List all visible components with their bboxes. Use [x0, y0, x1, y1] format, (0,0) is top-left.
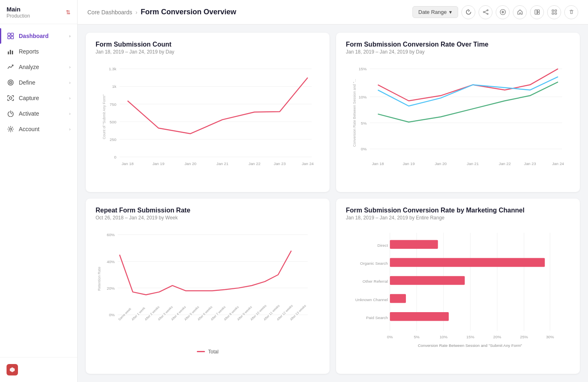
export-button[interactable]	[547, 5, 561, 19]
svg-text:Jan 22: Jan 22	[248, 161, 260, 166]
svg-rect-3	[11, 36, 13, 39]
svg-line-15	[484, 11, 487, 12]
chart2-subtitle: Jan 18, 2019 – Jan 24, 2019 by Day	[346, 49, 570, 55]
svg-text:Jan 22: Jan 22	[499, 161, 510, 166]
svg-text:Jan 23: Jan 23	[524, 161, 536, 166]
target-icon	[7, 78, 15, 87]
legend-total-label: Total	[208, 349, 218, 355]
svg-text:Jan 21: Jan 21	[216, 161, 228, 166]
conversion-rate-time-card: Form Submission Conversion Rate Over Tim…	[336, 33, 580, 192]
home-button[interactable]	[513, 5, 527, 19]
svg-text:0%: 0%	[361, 147, 367, 151]
svg-text:Jan 18: Jan 18	[372, 161, 384, 166]
svg-point-11	[10, 128, 12, 130]
settings-icon	[7, 125, 15, 133]
svg-text:Conversion Rate Between Sessio: Conversion Rate Between Session and "Sub…	[418, 343, 522, 348]
form-submission-count-card: Form Submission Count Jan 18, 2019 – Jan…	[86, 33, 330, 192]
sidebar-item-reports-label: Reports	[19, 48, 71, 55]
sidebar-item-account[interactable]: Account ›	[0, 121, 77, 137]
svg-text:20%: 20%	[107, 286, 115, 290]
svg-point-10	[9, 97, 12, 99]
svg-rect-98	[390, 276, 465, 285]
svg-text:Organic Search: Organic Search	[360, 261, 388, 266]
svg-rect-0	[8, 33, 10, 36]
delete-button[interactable]	[564, 5, 578, 19]
sidebar-item-account-label: Account	[19, 126, 69, 132]
svg-text:Conversion Rate Between Sessio: Conversion Rate Between Session and "...	[352, 79, 356, 147]
svg-rect-102	[390, 312, 449, 321]
svg-text:1.3k: 1.3k	[109, 67, 116, 71]
sidebar-item-dashboard[interactable]: Dashboard ›	[0, 28, 77, 44]
chart4-svg: Direct Organic Search Other Referral Unk…	[346, 226, 570, 356]
svg-point-9	[10, 82, 11, 83]
chart2-svg: 15% 10% 5% 0% Jan 18 Jan 19 Jan 20 Jan 2…	[346, 60, 570, 174]
bar-chart-icon	[7, 47, 15, 56]
workspace-name: Main	[7, 6, 30, 13]
svg-text:10%: 10%	[359, 95, 367, 99]
svg-text:0%: 0%	[387, 334, 393, 339]
svg-text:30%: 30%	[546, 334, 554, 339]
sidebar-item-analyze[interactable]: Analyze ›	[0, 59, 77, 75]
date-range-button[interactable]: Date Range ▾	[412, 6, 458, 18]
svg-text:15%: 15%	[466, 334, 474, 339]
layout-button[interactable]	[530, 5, 544, 19]
define-chevron-icon: ›	[69, 80, 71, 85]
chart3-legend: Total	[96, 349, 320, 355]
sidebar-header: Main Production ⇅	[0, 0, 77, 24]
sidebar-nav: Dashboard › Reports Analyze	[0, 24, 77, 357]
sidebar-item-capture[interactable]: Capture ›	[0, 90, 77, 106]
chart3-svg: 60% 40% 20% 0% Same week After 1 week Af…	[96, 226, 320, 344]
sidebar-item-define[interactable]: Define ›	[0, 75, 77, 90]
refresh-button[interactable]	[461, 5, 475, 19]
svg-text:15%: 15%	[359, 67, 367, 71]
svg-rect-25	[552, 13, 554, 14]
capture-icon	[7, 94, 15, 102]
svg-text:Jan 24: Jan 24	[552, 161, 564, 166]
svg-text:Jan 19: Jan 19	[403, 161, 414, 166]
svg-point-14	[483, 11, 484, 13]
svg-text:Direct: Direct	[377, 243, 388, 248]
sidebar-item-define-label: Define	[19, 79, 69, 86]
svg-rect-100	[390, 294, 406, 303]
svg-text:Jan 24: Jan 24	[302, 161, 314, 166]
capture-chevron-icon: ›	[69, 96, 71, 101]
share-button[interactable]	[479, 5, 492, 19]
svg-text:1k: 1k	[112, 84, 116, 89]
breadcrumb-parent[interactable]: Core Dashboards	[87, 9, 132, 16]
svg-rect-26	[555, 13, 557, 14]
svg-point-13	[487, 13, 488, 15]
account-chevron-icon: ›	[69, 127, 71, 132]
app-logo	[7, 364, 18, 375]
svg-text:Jan 23: Jan 23	[274, 161, 286, 166]
workspace-sub: Production	[7, 13, 30, 19]
svg-rect-1	[11, 33, 13, 36]
add-button[interactable]	[496, 5, 510, 19]
conversion-by-channel-card: Form Submission Conversion Rate by Marke…	[336, 199, 580, 374]
sidebar-item-analyze-label: Analyze	[19, 64, 69, 70]
svg-text:Jan 18: Jan 18	[122, 161, 134, 166]
svg-text:Paid Search: Paid Search	[366, 315, 388, 319]
sidebar-item-activate[interactable]: Activate ›	[0, 106, 77, 121]
svg-text:5%: 5%	[361, 121, 367, 125]
workspace-switcher-icon[interactable]: ⇅	[66, 9, 71, 16]
svg-text:Jan 20: Jan 20	[185, 161, 197, 166]
svg-text:60%: 60%	[107, 232, 115, 237]
svg-text:250: 250	[110, 137, 117, 142]
svg-text:25%: 25%	[520, 334, 528, 339]
grid-icon	[7, 32, 15, 40]
sidebar-item-reports[interactable]: Reports	[0, 44, 77, 59]
svg-line-16	[484, 12, 487, 13]
svg-rect-94	[390, 240, 438, 249]
svg-text:Jan 21: Jan 21	[467, 161, 479, 166]
svg-text:After 1 week: After 1 week	[131, 306, 146, 321]
svg-rect-24	[555, 10, 557, 11]
dashboard-grid: Form Submission Count Jan 18, 2019 – Jan…	[78, 25, 588, 382]
breadcrumb-current: Form Conversion Overview	[140, 8, 236, 16]
chart1-title: Form Submission Count	[96, 41, 320, 48]
svg-rect-2	[8, 36, 10, 39]
svg-text:Same week: Same week	[118, 307, 132, 321]
svg-rect-23	[552, 10, 554, 11]
topbar-actions: Date Range ▾	[412, 5, 578, 19]
sidebar-item-activate-label: Activate	[19, 110, 69, 117]
svg-rect-21	[537, 10, 539, 12]
